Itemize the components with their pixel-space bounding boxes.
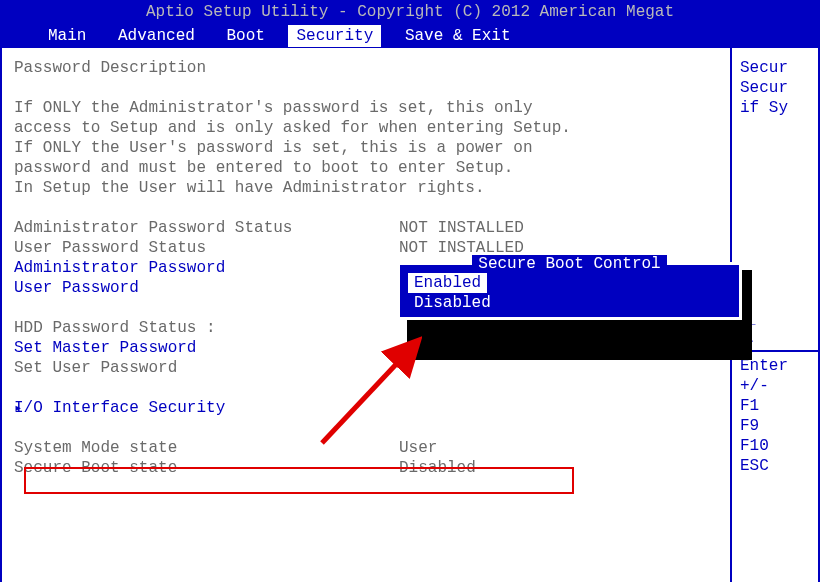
description-line: If ONLY the User's password is set, this… <box>14 138 718 158</box>
secure-boot-state-value: Disabled <box>399 458 476 478</box>
description-line: access to Setup and is only asked for wh… <box>14 118 718 138</box>
help-line: if Sy <box>740 98 814 118</box>
menu-main[interactable]: Main <box>40 25 94 47</box>
admin-pw-status-value: NOT INSTALLED <box>399 218 524 238</box>
menu-boot[interactable]: Boot <box>218 25 272 47</box>
popup-frame: Secure Boot Control Enabled Disabled <box>397 262 742 320</box>
section-heading: Password Description <box>14 58 718 78</box>
secure-boot-state-label: Secure Boot state <box>14 458 399 478</box>
description-line: password and must be entered to boot to … <box>14 158 718 178</box>
set-user-pw[interactable]: Set User Password <box>14 358 718 378</box>
help-line: Secur <box>740 78 814 98</box>
system-mode-row: System Mode state User <box>14 438 718 458</box>
main-panel: Password Description If ONLY the Adminis… <box>2 48 732 582</box>
help-key: F9 <box>740 416 814 436</box>
secure-boot-control-row[interactable]: Secure Boot Control [Disabled] <box>14 498 718 518</box>
secure-boot-control-value: [Disabled] <box>399 498 495 518</box>
description-line: In Setup the User will have Administrato… <box>14 178 718 198</box>
help-key: F1 <box>740 396 814 416</box>
menu-save-exit[interactable]: Save & Exit <box>397 25 519 47</box>
secure-boot-control-label: Secure Boot Control <box>14 498 399 518</box>
popup-option-enabled[interactable]: Enabled <box>408 273 487 293</box>
popup-title: Secure Boot Control <box>472 255 666 273</box>
secure-boot-popup: Secure Boot Control Enabled Disabled <box>397 262 772 320</box>
help-line: Secur <box>740 58 814 78</box>
bios-title-bar: Aptio Setup Utility - Copyright (C) 2012… <box>0 0 820 24</box>
admin-pw-status-row: Administrator Password Status NOT INSTAL… <box>14 218 718 238</box>
admin-pw-status-label: Administrator Password Status <box>14 218 399 238</box>
bios-body: Password Description If ONLY the Adminis… <box>0 48 820 582</box>
system-mode-label: System Mode state <box>14 438 399 458</box>
submenu-marker-icon: ▸ <box>14 398 22 418</box>
system-mode-value: User <box>399 438 437 458</box>
popup-option-disabled[interactable]: Disabled <box>408 294 497 312</box>
help-key: ESC <box>740 456 814 476</box>
secure-boot-state-row: Secure Boot state Disabled <box>14 458 718 478</box>
help-key: +/- <box>740 376 814 396</box>
bios-menubar: Main Advanced Boot Security Save & Exit <box>0 24 820 48</box>
description-line: If ONLY the Administrator's password is … <box>14 98 718 118</box>
io-interface-security[interactable]: I/O Interface Security <box>14 399 225 417</box>
menu-advanced[interactable]: Advanced <box>110 25 203 47</box>
help-key: F10 <box>740 436 814 456</box>
bios-title-text: Aptio Setup Utility - Copyright (C) 2012… <box>146 3 674 21</box>
user-pw-status-label: User Password Status <box>14 238 399 258</box>
menu-security[interactable]: Security <box>288 25 381 47</box>
